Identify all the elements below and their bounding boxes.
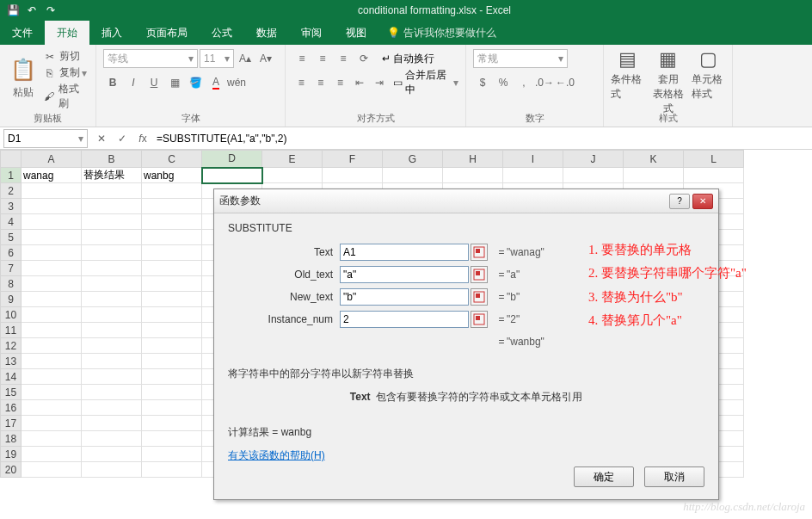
help-link[interactable]: 有关该函数的帮助(H): [228, 448, 325, 463]
row-header[interactable]: 4: [1, 214, 22, 230]
row-header[interactable]: 3: [1, 199, 22, 214]
inc-decimal-icon[interactable]: .0→: [535, 73, 554, 92]
row-header[interactable]: 10: [1, 307, 22, 323]
row-header[interactable]: 11: [1, 323, 22, 338]
param-input[interactable]: "b": [340, 288, 469, 306]
row-header[interactable]: 17: [1, 416, 22, 431]
align-middle-icon[interactable]: ≡: [313, 49, 332, 68]
row-header[interactable]: 6: [1, 245, 22, 261]
font-color-icon[interactable]: A: [206, 73, 225, 92]
col-header[interactable]: D: [202, 151, 262, 168]
percent-icon[interactable]: %: [494, 73, 513, 92]
tab-file[interactable]: 文件: [0, 21, 45, 45]
cell-selected[interactable]: [202, 168, 262, 183]
col-header[interactable]: J: [563, 151, 624, 168]
shrink-font-icon[interactable]: A▾: [256, 49, 275, 68]
dialog-title-bar[interactable]: 函数参数 ? ✕: [214, 189, 718, 213]
italic-icon[interactable]: I: [124, 73, 143, 92]
select-all-corner[interactable]: [1, 151, 22, 168]
col-header[interactable]: K: [624, 151, 684, 168]
phonetic-icon[interactable]: wén: [227, 73, 246, 92]
col-header[interactable]: B: [82, 151, 142, 168]
font-name-combo[interactable]: 等线▾: [103, 49, 198, 68]
col-header[interactable]: I: [503, 151, 563, 168]
param-input[interactable]: A1: [340, 244, 469, 261]
close-button[interactable]: ✕: [692, 194, 713, 209]
col-header[interactable]: F: [323, 151, 383, 168]
bold-icon[interactable]: B: [103, 73, 122, 92]
cancel-formula-icon[interactable]: ✕: [91, 133, 112, 145]
row-header[interactable]: 2: [1, 183, 22, 199]
row-header[interactable]: 20: [1, 462, 22, 478]
cancel-button[interactable]: 取消: [644, 466, 704, 487]
comma-icon[interactable]: ,: [514, 73, 533, 92]
align-right-icon[interactable]: ≡: [331, 73, 349, 92]
undo-icon[interactable]: ↶: [22, 1, 41, 20]
row-header[interactable]: 5: [1, 230, 22, 245]
wrap-text-button[interactable]: ↵自动换行: [382, 52, 434, 66]
col-header[interactable]: L: [684, 151, 744, 168]
align-bottom-icon[interactable]: ≡: [334, 49, 353, 68]
col-header[interactable]: H: [443, 151, 503, 168]
save-icon[interactable]: 💾: [3, 1, 22, 20]
dec-decimal-icon[interactable]: ←.0: [556, 73, 575, 92]
cell[interactable]: wanag: [22, 168, 82, 183]
tab-data[interactable]: 数据: [244, 21, 289, 45]
tab-layout[interactable]: 页面布局: [134, 21, 200, 45]
tab-formula[interactable]: 公式: [200, 21, 244, 45]
tab-view[interactable]: 视图: [334, 21, 378, 45]
row-header[interactable]: 1: [1, 168, 22, 183]
formula-input[interactable]: =SUBSTITUTE(A1,"a","b",2): [153, 133, 812, 145]
tab-review[interactable]: 审阅: [289, 21, 334, 45]
col-header[interactable]: A: [22, 151, 82, 168]
param-input[interactable]: 2: [340, 311, 469, 328]
redo-icon[interactable]: ↷: [41, 1, 60, 20]
copy-button[interactable]: ⎘复制▾: [44, 65, 89, 81]
border-icon[interactable]: ▦: [165, 73, 184, 92]
cell-style-button[interactable]: ▢单元格样式: [692, 48, 725, 108]
indent-dec-icon[interactable]: ⇤: [351, 73, 369, 92]
orientation-icon[interactable]: ⟳: [354, 49, 373, 68]
row-header[interactable]: 13: [1, 354, 22, 369]
enter-formula-icon[interactable]: ✓: [112, 133, 132, 145]
row-header[interactable]: 7: [1, 261, 22, 276]
fx-icon[interactable]: fx: [132, 133, 153, 145]
currency-icon[interactable]: $: [473, 73, 492, 92]
row-header[interactable]: 8: [1, 276, 22, 292]
grow-font-icon[interactable]: A▴: [236, 49, 255, 68]
tab-insert[interactable]: 插入: [89, 21, 134, 45]
ok-button[interactable]: 确定: [574, 466, 634, 487]
row-header[interactable]: 19: [1, 447, 22, 462]
col-header[interactable]: C: [142, 151, 202, 168]
range-selector-icon[interactable]: [471, 266, 488, 283]
name-box[interactable]: D1▾: [3, 129, 88, 148]
row-header[interactable]: 16: [1, 400, 22, 416]
paste-button[interactable]: 📋粘贴: [7, 48, 40, 108]
cell[interactable]: wanbg: [142, 168, 202, 183]
row-header[interactable]: 18: [1, 431, 22, 447]
font-size-combo[interactable]: 11▾: [200, 49, 234, 68]
range-selector-icon[interactable]: [471, 288, 488, 306]
number-format-combo[interactable]: 常规▾: [473, 49, 568, 68]
tab-home[interactable]: 开始: [45, 21, 89, 45]
fill-color-icon[interactable]: 🪣: [186, 73, 205, 92]
range-selector-icon[interactable]: [471, 244, 488, 261]
cell[interactable]: 替换结果: [82, 168, 142, 183]
align-center-icon[interactable]: ≡: [312, 73, 330, 92]
row-header[interactable]: 9: [1, 292, 22, 307]
align-top-icon[interactable]: ≡: [292, 49, 311, 68]
cond-format-button[interactable]: ▤条件格式: [611, 48, 644, 108]
param-input[interactable]: "a": [340, 266, 469, 283]
row-header[interactable]: 12: [1, 338, 22, 354]
col-header[interactable]: G: [383, 151, 443, 168]
col-header[interactable]: E: [262, 151, 323, 168]
range-selector-icon[interactable]: [471, 311, 488, 328]
tell-me[interactable]: 💡告诉我你想要做什么: [387, 21, 496, 45]
format-painter-button[interactable]: 🖌格式刷: [44, 81, 89, 112]
table-format-button[interactable]: ▦套用 表格格式: [651, 48, 685, 108]
cut-button[interactable]: ✂剪切: [44, 48, 89, 65]
underline-icon[interactable]: U: [145, 73, 163, 92]
merge-button[interactable]: ▭合并后居中▾: [393, 68, 458, 97]
indent-inc-icon[interactable]: ⇥: [370, 73, 388, 92]
row-header[interactable]: 15: [1, 385, 22, 400]
